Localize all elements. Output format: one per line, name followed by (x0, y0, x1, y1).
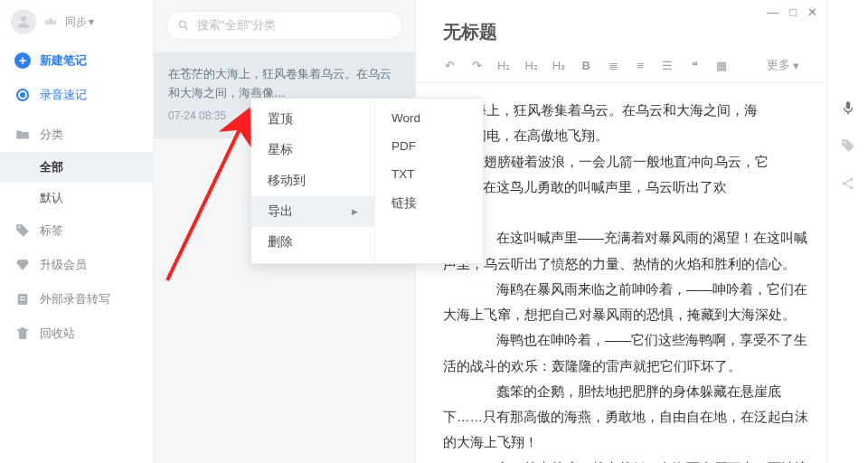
record-icon (14, 87, 31, 103)
search-placeholder: 搜索"全部"分类 (197, 17, 276, 33)
chevron-right-icon: ▶ (352, 207, 358, 216)
search-input[interactable]: 搜索"全部"分类 (166, 11, 402, 40)
list1-button[interactable]: ≣ (607, 59, 619, 72)
window-close[interactable]: ✕ (807, 5, 817, 19)
more-button[interactable]: 更多▾ (767, 57, 799, 73)
svg-point-12 (850, 186, 853, 189)
sidebar-category[interactable]: 分类 (0, 118, 153, 152)
transcribe-icon (14, 291, 31, 307)
right-rail (826, 0, 868, 463)
ctx-export-txt[interactable]: TXT (375, 160, 483, 188)
sidebar-tags[interactable]: 标签 (0, 213, 153, 248)
avatar[interactable] (11, 9, 36, 34)
title-row: 无标题 (416, 0, 826, 50)
svg-rect-3 (20, 297, 25, 298)
list2-button[interactable]: ≡ (634, 59, 646, 72)
context-menu-main: 置顶 星标 移动到 导出▶ 删除 (251, 99, 374, 263)
context-menu: 置顶 星标 移动到 导出▶ 删除 Word PDF TXT 链接 (250, 98, 484, 264)
external-audio-label: 外部录音转写 (40, 291, 110, 307)
new-note-label: 新建笔记 (40, 52, 87, 69)
sidebar-header: 同步 ▾ (0, 0, 153, 43)
editor-toolbar: ↶ ↷ H₁ H₂ H₃ B ≣ ≡ ☰ ❝ ▦ 更多▾ (416, 50, 826, 83)
upgrade-label: 升级会员 (40, 257, 87, 273)
h2-button[interactable]: H₂ (524, 59, 537, 72)
context-menu-export-sub: Word PDF TXT 链接 (374, 99, 483, 263)
ctx-move[interactable]: 移动到 (251, 165, 374, 196)
svg-point-10 (842, 182, 844, 184)
sidebar-recycle[interactable]: 回收站 (0, 317, 153, 351)
tag-icon[interactable] (840, 137, 856, 154)
svg-point-1 (18, 226, 20, 228)
sidebar: 同步 ▾ + 新建笔记 录音速记 分类 全部 默认 标签 升级会员 外部录音转写… (0, 0, 154, 463)
table-button[interactable]: ▦ (715, 59, 728, 72)
sync-label: 同步 (65, 14, 87, 30)
ctx-delete[interactable]: 删除 (251, 227, 374, 258)
note-title[interactable]: 无标题 (443, 20, 799, 44)
ctx-export-word[interactable]: Word (375, 104, 483, 132)
list3-button[interactable]: ☰ (661, 59, 674, 72)
sidebar-external-audio[interactable]: 外部录音转写 (0, 282, 153, 317)
svg-rect-4 (20, 299, 25, 300)
chevron-down-icon: ▾ (89, 15, 94, 28)
new-note-button[interactable]: + 新建笔记 (0, 43, 153, 78)
h3-button[interactable]: H₃ (552, 59, 565, 72)
trash-icon (14, 326, 31, 342)
category-label: 分类 (40, 127, 63, 143)
plus-circle-icon: + (14, 52, 31, 69)
ctx-export-pdf[interactable]: PDF (375, 132, 483, 160)
tag-icon (14, 222, 31, 239)
window-min[interactable]: — (767, 5, 778, 19)
quote-button[interactable]: ❝ (688, 59, 701, 72)
audio-note-button[interactable]: 录音速记 (0, 78, 153, 112)
undo-button[interactable]: ↶ (443, 59, 456, 72)
ctx-export[interactable]: 导出▶ (251, 196, 374, 227)
sidebar-sub-default[interactable]: 默认 (0, 183, 153, 213)
ctx-pin[interactable]: 置顶 (251, 104, 374, 135)
tags-label: 标签 (40, 222, 63, 239)
svg-line-6 (185, 27, 188, 30)
diamond-icon (14, 257, 31, 273)
bold-button[interactable]: B (580, 59, 592, 72)
recycle-label: 回收站 (40, 326, 75, 342)
search-icon (177, 19, 190, 32)
sync-dropdown[interactable]: 同步 ▾ (65, 14, 94, 30)
svg-rect-7 (845, 101, 850, 109)
window-controls: — □ ✕ (767, 5, 817, 19)
sidebar-upgrade[interactable]: 升级会员 (0, 248, 153, 282)
audio-note-label: 录音速记 (40, 87, 87, 103)
redo-button[interactable]: ↷ (470, 59, 483, 72)
sidebar-sub-all[interactable]: 全部 (0, 152, 153, 183)
svg-point-0 (21, 16, 26, 22)
svg-point-5 (179, 21, 185, 27)
folder-icon (14, 127, 31, 143)
svg-point-11 (850, 178, 853, 181)
ctx-export-link[interactable]: 链接 (375, 188, 483, 219)
mic-icon[interactable] (840, 99, 856, 116)
window-max[interactable]: □ (789, 5, 797, 19)
svg-point-9 (844, 141, 845, 143)
chevron-down-icon: ▾ (793, 59, 799, 72)
ctx-star[interactable]: 星标 (251, 135, 374, 165)
share-icon[interactable] (840, 175, 856, 192)
crown-icon (43, 14, 58, 29)
h1-button[interactable]: H₁ (497, 59, 510, 72)
